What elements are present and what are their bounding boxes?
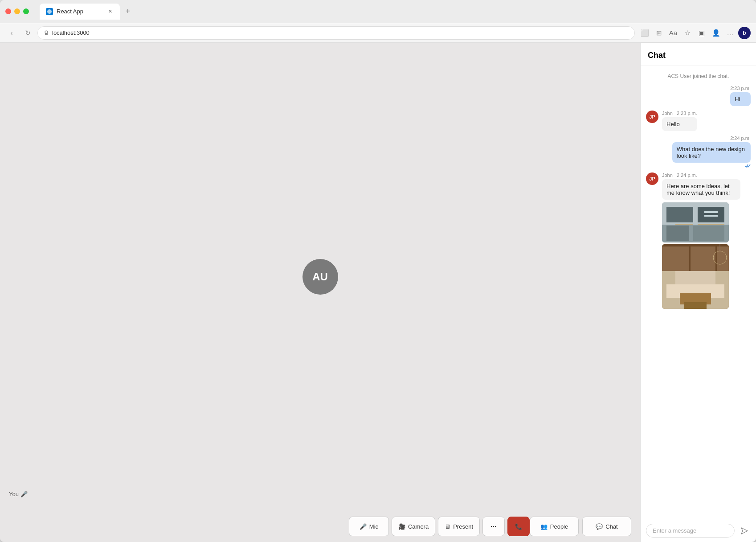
mute-indicator-icon: 🎤 bbox=[20, 491, 28, 497]
tab-bar: React App ✕ + bbox=[40, 4, 751, 20]
system-message: ACS User joined the chat. bbox=[646, 71, 751, 81]
message-content: 2:23 p.m. Hi bbox=[730, 86, 751, 106]
chat-panel: Chat ACS User joined the chat. 2:23 p.m.… bbox=[640, 43, 756, 542]
user-profile-button[interactable]: b bbox=[738, 27, 751, 39]
chat-label: Chat bbox=[605, 523, 617, 530]
people-label: People bbox=[550, 523, 568, 530]
back-button[interactable]: ‹ bbox=[5, 27, 18, 39]
message-time: 2:23 p.m. bbox=[730, 86, 751, 91]
svg-rect-21 bbox=[684, 302, 707, 309]
app-area: AU You 🎤 🎤 Mic 🎥 Camera bbox=[0, 43, 756, 542]
message-row: JP John 2:23 p.m. Hello bbox=[646, 111, 751, 131]
kitchen-image[interactable] bbox=[662, 202, 729, 242]
svg-marker-24 bbox=[741, 528, 748, 534]
mic-label: Mic bbox=[369, 523, 378, 530]
end-call-icon: 📞 bbox=[515, 523, 522, 530]
more-options-button[interactable]: ··· bbox=[482, 517, 505, 536]
living-room-image[interactable] bbox=[662, 244, 729, 309]
extensions-icon[interactable]: ⊞ bbox=[653, 27, 665, 39]
end-call-button[interactable]: 📞 bbox=[507, 517, 530, 536]
tab-title: React App bbox=[57, 8, 103, 15]
svg-rect-2 bbox=[45, 33, 48, 35]
browser-window: React App ✕ + ‹ ↻ localhost:3000 ⬜ ⊞ Aa … bbox=[0, 0, 756, 542]
message-time: 2:24 p.m. bbox=[730, 136, 751, 141]
present-icon: 🖥 bbox=[445, 523, 450, 530]
message-row: 2:23 p.m. Hi bbox=[646, 86, 751, 106]
present-button[interactable]: 🖥 Present bbox=[438, 517, 480, 536]
sender-name: John bbox=[662, 111, 673, 116]
address-bar[interactable]: localhost:3000 bbox=[37, 26, 635, 40]
new-tab-button[interactable]: + bbox=[122, 5, 134, 18]
browser-tab[interactable]: React App ✕ bbox=[40, 4, 120, 20]
message-content: John 2:24 p.m. Here are some ideas, let … bbox=[662, 172, 740, 309]
menu-icon[interactable]: … bbox=[724, 27, 736, 39]
tab-favicon bbox=[46, 8, 53, 15]
favorites-icon[interactable]: ☆ bbox=[681, 27, 694, 39]
sender-avatar: JP bbox=[646, 111, 658, 123]
mic-icon: 🎤 bbox=[360, 523, 367, 530]
people-tab-button[interactable]: 👥 People bbox=[530, 517, 579, 536]
chat-tab-button[interactable]: 💬 Chat bbox=[582, 517, 631, 536]
svg-point-0 bbox=[47, 9, 52, 14]
toolbar-right: 👥 People 💬 Chat bbox=[530, 517, 631, 536]
message-status bbox=[672, 164, 751, 168]
message-bubble: Here are some ideas, let me know what yo… bbox=[662, 179, 740, 200]
title-bar: React App ✕ + bbox=[0, 0, 756, 23]
sender-name: John bbox=[662, 172, 673, 178]
mic-button[interactable]: 🎤 Mic bbox=[349, 517, 389, 536]
font-size-icon[interactable]: Aa bbox=[667, 27, 679, 39]
camera-label: Camera bbox=[408, 523, 429, 530]
avatar-initials: AU bbox=[312, 271, 328, 283]
svg-rect-14 bbox=[662, 244, 729, 271]
message-bubble: What does the new design look like? bbox=[672, 142, 751, 163]
nav-bar: ‹ ↻ localhost:3000 ⬜ ⊞ Aa ☆ ▣ 👤 … b bbox=[0, 23, 756, 43]
video-main: AU bbox=[0, 43, 640, 511]
present-label: Present bbox=[453, 523, 473, 530]
chat-input-field[interactable] bbox=[646, 524, 735, 538]
message-time: 2:23 p.m. bbox=[677, 111, 697, 116]
chat-messages: ACS User joined the chat. 2:23 p.m. Hi J… bbox=[641, 66, 756, 519]
message-bubble: Hello bbox=[662, 117, 697, 131]
message-images bbox=[662, 202, 740, 309]
tab-close-button[interactable]: ✕ bbox=[106, 8, 114, 15]
message-meta: 2:23 p.m. bbox=[730, 86, 751, 91]
sidebar-icon[interactable]: ▣ bbox=[695, 27, 708, 39]
kitchen-image-svg bbox=[662, 202, 729, 242]
svg-rect-12 bbox=[698, 224, 724, 225]
chat-input-area bbox=[641, 519, 756, 542]
video-area: AU You 🎤 🎤 Mic 🎥 Camera bbox=[0, 43, 640, 542]
svg-rect-11 bbox=[675, 224, 693, 225]
message-meta: 2:24 p.m. bbox=[672, 136, 751, 141]
screen-mirror-icon[interactable]: ⬜ bbox=[638, 27, 651, 39]
you-text: You bbox=[9, 491, 19, 497]
toolbar-center: 🎤 Mic 🎥 Camera 🖥 Present ··· bbox=[349, 517, 530, 536]
user-avatar: AU bbox=[302, 259, 338, 295]
bottom-toolbar: 🎤 Mic 🎥 Camera 🖥 Present ··· bbox=[0, 511, 640, 542]
maximize-button[interactable] bbox=[23, 8, 29, 14]
chat-header: Chat bbox=[641, 43, 756, 66]
minimize-button[interactable] bbox=[14, 8, 20, 14]
svg-rect-16 bbox=[715, 244, 717, 271]
url-text: localhost:3000 bbox=[52, 29, 90, 36]
more-icon: ··· bbox=[490, 522, 496, 530]
profiles-icon[interactable]: 👤 bbox=[710, 27, 722, 39]
sender-avatar: JP bbox=[646, 172, 658, 185]
camera-icon: 🎥 bbox=[398, 523, 405, 530]
svg-rect-17 bbox=[662, 244, 729, 246]
send-icon bbox=[741, 527, 748, 534]
traffic-lights bbox=[5, 8, 29, 14]
message-bubble: Hi bbox=[730, 92, 751, 106]
message-row: 2:24 p.m. What does the new design look … bbox=[646, 136, 751, 168]
message-row: JP John 2:24 p.m. Here are some ideas, l… bbox=[646, 172, 751, 309]
camera-button[interactable]: 🎥 Camera bbox=[392, 517, 435, 536]
message-time: 2:24 p.m. bbox=[677, 172, 697, 178]
svg-rect-7 bbox=[666, 207, 693, 222]
close-button[interactable] bbox=[5, 8, 11, 14]
svg-rect-6 bbox=[693, 226, 724, 241]
refresh-button[interactable]: ↻ bbox=[21, 27, 34, 39]
message-meta: John 2:23 p.m. bbox=[662, 111, 697, 116]
message-content: John 2:23 p.m. Hello bbox=[662, 111, 697, 131]
chat-icon: 💬 bbox=[596, 523, 603, 530]
svg-rect-5 bbox=[666, 226, 689, 241]
send-button[interactable] bbox=[738, 525, 751, 537]
